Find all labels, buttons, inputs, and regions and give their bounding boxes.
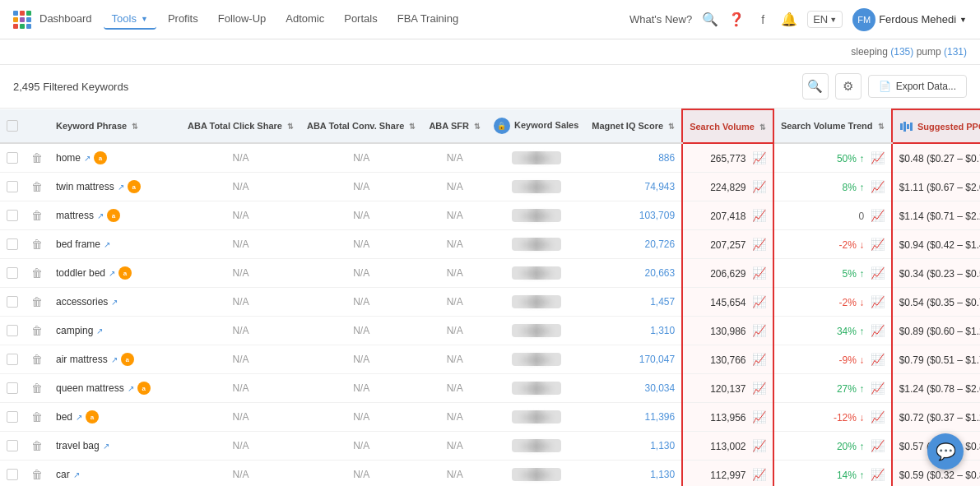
keyword-cell: travel bag ↗: [49, 432, 181, 461]
delete-row-button[interactable]: 🗑: [31, 468, 43, 481]
sv-mini-chart[interactable]: 📈: [752, 382, 766, 395]
col-header-search-trend[interactable]: Search Volume Trend ⇅: [773, 109, 892, 143]
delete-row-button[interactable]: 🗑: [31, 353, 43, 366]
chat-button[interactable]: 💬: [927, 433, 964, 470]
sv-mini-chart[interactable]: 📈: [752, 180, 766, 193]
delete-row-button[interactable]: 🗑: [31, 439, 43, 452]
col-header-magnet-iq[interactable]: Magnet IQ Score ⇅: [585, 109, 682, 143]
sv-mini-chart[interactable]: 📈: [752, 151, 766, 164]
delete-row-button[interactable]: 🗑: [31, 209, 43, 222]
external-link-icon[interactable]: ↗: [103, 442, 109, 451]
trend-mini-chart[interactable]: 📈: [871, 151, 885, 164]
sv-mini-chart[interactable]: 📈: [752, 439, 766, 452]
external-link-icon[interactable]: ↗: [84, 154, 91, 163]
trend-mini-chart[interactable]: 📈: [871, 209, 885, 222]
delete-row-button[interactable]: 🗑: [31, 410, 43, 424]
trend-mini-chart[interactable]: 📈: [871, 439, 885, 452]
notification-icon[interactable]: 🔔: [781, 12, 797, 28]
help-icon[interactable]: ❓: [728, 12, 745, 28]
ppc-bid-value: $0.34 ($0.23 – $0.59): [899, 268, 980, 280]
whats-new-link[interactable]: What's New?: [629, 13, 692, 25]
col-header-aba-sfr[interactable]: ABA SFR ⇅: [422, 109, 487, 143]
sv-mini-chart[interactable]: 📈: [752, 468, 766, 481]
nav-portals[interactable]: Portals: [336, 9, 385, 30]
row-checkbox[interactable]: [7, 354, 18, 365]
amazon-badge: a: [128, 180, 141, 193]
sv-mini-chart[interactable]: 📈: [752, 266, 766, 280]
external-link-icon[interactable]: ↗: [96, 326, 103, 336]
row-checkbox[interactable]: [7, 152, 18, 164]
nav-followup[interactable]: Follow-Up: [210, 9, 275, 30]
tag-pump[interactable]: (131): [944, 46, 967, 58]
settings-filter-button[interactable]: ⚙: [835, 73, 862, 100]
row-checkbox[interactable]: [7, 210, 18, 221]
trend-mini-chart[interactable]: 📈: [871, 180, 885, 193]
external-link-icon[interactable]: ↗: [111, 355, 118, 364]
external-link-icon[interactable]: ↗: [111, 298, 118, 307]
external-link-icon[interactable]: ↗: [109, 269, 115, 278]
delete-row-button[interactable]: 🗑: [31, 238, 43, 251]
delete-row-button[interactable]: 🗑: [31, 151, 43, 164]
delete-row-button[interactable]: 🗑: [31, 180, 43, 193]
tag-sleeping[interactable]: (135): [890, 46, 913, 58]
trend-mini-chart[interactable]: 📈: [871, 382, 885, 395]
row-checkbox[interactable]: [7, 238, 18, 250]
keyword-sales-cell: ●●●●●: [487, 143, 585, 173]
row-checkbox[interactable]: [7, 267, 18, 279]
row-checkbox[interactable]: [7, 296, 18, 308]
sort-aba-conv-icon: ⇅: [409, 123, 416, 131]
select-all-checkbox[interactable]: [7, 120, 18, 132]
table-row: 🗑 toddler bed ↗ a N/A N/A N/A ●●●●● 20,6…: [0, 259, 980, 288]
sv-mini-chart[interactable]: 📈: [752, 324, 766, 337]
delete-row-button[interactable]: 🗑: [31, 324, 43, 337]
col-header-keyword-sales[interactable]: 🔒 Keyword Sales: [487, 109, 585, 143]
col-header-keyword[interactable]: Keyword Phrase ⇅: [49, 109, 181, 143]
sv-mini-chart[interactable]: 📈: [752, 295, 766, 308]
export-button[interactable]: 📄 Export Data...: [868, 75, 967, 98]
external-link-icon[interactable]: ↗: [97, 211, 104, 220]
delete-row-button[interactable]: 🗑: [31, 266, 43, 280]
external-link-icon[interactable]: ↗: [73, 470, 80, 479]
sv-mini-chart[interactable]: 📈: [752, 410, 766, 424]
table-row: 🗑 air mattress ↗ a N/A N/A N/A ●●●●● 170…: [0, 345, 980, 374]
trend-mini-chart[interactable]: 📈: [871, 468, 885, 481]
col-header-aba-click[interactable]: ABA Total Click Share ⇅: [181, 109, 300, 143]
nav-tools[interactable]: Tools ▼: [104, 9, 156, 30]
nav-dashboard[interactable]: Dashboard: [31, 9, 100, 30]
trend-mini-chart[interactable]: 📈: [871, 410, 885, 424]
external-link-icon[interactable]: ↗: [76, 413, 82, 422]
search-icon[interactable]: 🔍: [702, 12, 718, 28]
user-menu[interactable]: FM Ferdous Mehedi ▼: [852, 8, 967, 31]
trend-mini-chart[interactable]: 📈: [871, 238, 885, 251]
delete-row-button[interactable]: 🗑: [31, 295, 43, 308]
trend-mini-chart[interactable]: 📈: [871, 295, 885, 308]
app-logo[interactable]: [13, 11, 31, 29]
row-checkbox[interactable]: [7, 181, 18, 192]
col-header-aba-conv[interactable]: ABA Total Conv. Share ⇅: [300, 109, 422, 143]
nav-fba-training[interactable]: FBA Training: [389, 9, 467, 30]
nav-adtomic[interactable]: Adtomic: [277, 9, 332, 30]
delete-row-button[interactable]: 🗑: [31, 382, 43, 395]
col-header-search-volume[interactable]: Search Volume ⇅: [682, 109, 773, 143]
trend-mini-chart[interactable]: 📈: [871, 324, 885, 337]
row-checkbox[interactable]: [7, 411, 18, 423]
aba-conv-cell: N/A: [300, 374, 422, 403]
col-header-checkbox[interactable]: [0, 109, 25, 143]
trend-mini-chart[interactable]: 📈: [871, 266, 885, 280]
external-link-icon[interactable]: ↗: [118, 183, 124, 192]
sv-mini-chart[interactable]: 📈: [752, 353, 766, 366]
external-link-icon[interactable]: ↗: [128, 384, 134, 393]
search-filter-button[interactable]: 🔍: [802, 73, 829, 100]
row-checkbox[interactable]: [7, 325, 18, 336]
sv-mini-chart[interactable]: 📈: [752, 209, 766, 222]
trend-mini-chart[interactable]: 📈: [871, 353, 885, 366]
external-link-icon[interactable]: ↗: [104, 240, 110, 249]
row-checkbox[interactable]: [7, 382, 18, 394]
sv-mini-chart[interactable]: 📈: [752, 238, 766, 251]
language-selector[interactable]: EN ▼: [807, 11, 843, 28]
row-checkbox[interactable]: [7, 469, 18, 480]
nav-profits[interactable]: Profits: [160, 9, 207, 30]
facebook-icon[interactable]: f: [755, 12, 771, 28]
col-header-ppc-bid[interactable]: Suggested PPC Bid ⇅: [892, 109, 980, 143]
row-checkbox[interactable]: [7, 440, 18, 451]
